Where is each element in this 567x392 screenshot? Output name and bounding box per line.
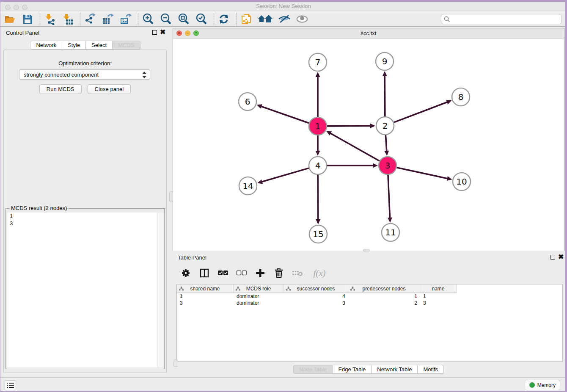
graph-edge-arrowhead[interactable] xyxy=(316,151,320,156)
tab-edge-table[interactable]: Edge Table xyxy=(333,365,372,374)
open-session-icon[interactable] xyxy=(3,13,16,25)
graph-edge-arrowhead[interactable] xyxy=(388,218,392,223)
run-mcds-button[interactable]: Run MCDS xyxy=(39,84,82,94)
mcds-result-list[interactable]: 1 3 xyxy=(7,213,163,367)
table-settings-icon[interactable] xyxy=(180,268,191,279)
graph-edge[interactable] xyxy=(385,75,385,116)
close-panel-button[interactable]: Close panel xyxy=(88,84,131,94)
control-panel: Control Panel ✖ Network Style Select MCD… xyxy=(0,27,171,377)
cell-predecessor-nodes[interactable]: 1 xyxy=(348,293,420,300)
splitter-collapse-handle[interactable] xyxy=(173,359,178,367)
cell-name[interactable]: 1 xyxy=(420,293,457,300)
close-panel-icon[interactable]: ✖ xyxy=(160,28,165,36)
column-flag-icon xyxy=(179,287,184,291)
graph-edge[interactable] xyxy=(385,135,387,152)
window-frame-left xyxy=(0,0,0,392)
export-network-icon[interactable] xyxy=(84,13,96,25)
graph-edge[interactable] xyxy=(394,102,449,122)
zoom-in-icon[interactable] xyxy=(142,13,154,25)
memory-button[interactable]: Memory xyxy=(525,380,560,390)
clone-network-icon[interactable] xyxy=(240,13,253,25)
unselect-all-icon[interactable] xyxy=(236,268,247,279)
zoom-fit-content-icon[interactable] xyxy=(177,13,190,25)
tab-select[interactable]: Select xyxy=(86,41,113,50)
cell-name[interactable]: 3 xyxy=(420,300,457,306)
graph-edge-arrowhead[interactable] xyxy=(384,151,389,156)
graph-edge-arrowhead[interactable] xyxy=(383,71,387,76)
cell-predecessor-nodes[interactable]: 2 xyxy=(348,300,420,306)
task-history-button[interactable] xyxy=(5,380,16,390)
refresh-view-icon[interactable] xyxy=(217,13,230,25)
network-window-titlebar[interactable]: × − + scc.txt xyxy=(173,28,564,39)
node-table: shared name MCDS role successor nodes pr… xyxy=(176,284,563,362)
import-table-icon[interactable] xyxy=(61,13,74,25)
search-box[interactable] xyxy=(441,14,562,24)
show-visual-properties-icon[interactable] xyxy=(296,13,308,25)
function-builder-icon[interactable]: f(x) xyxy=(311,268,328,279)
graph-edge-arrowhead[interactable] xyxy=(316,219,320,224)
zoom-out-icon[interactable] xyxy=(160,13,172,25)
delete-table-icon[interactable] xyxy=(292,268,303,279)
graph-edge[interactable] xyxy=(261,168,309,182)
toggle-panel-icon[interactable] xyxy=(199,268,210,279)
column-header-successor-nodes[interactable]: successor nodes xyxy=(284,284,348,293)
table-row[interactable]: 1 dominator 4 1 1 xyxy=(177,293,562,300)
criterion-dropdown[interactable]: strongly connected component xyxy=(19,69,150,80)
table-panel-title: Table Panel xyxy=(178,254,206,261)
network-canvas[interactable]: 7968124314101511 xyxy=(173,39,564,251)
float-table-panel-icon[interactable] xyxy=(550,255,555,259)
export-table-icon[interactable] xyxy=(102,13,114,25)
zoom-selected-icon[interactable] xyxy=(195,13,208,25)
tab-network[interactable]: Network xyxy=(30,41,62,50)
cell-successor-nodes[interactable]: 3 xyxy=(284,300,348,306)
graph-edge-arrowhead[interactable] xyxy=(370,124,375,128)
graph-edge[interactable] xyxy=(396,168,449,179)
column-header-predecessor-nodes[interactable]: predecessor nodes xyxy=(348,284,420,293)
tab-mcds[interactable]: MCDS xyxy=(113,41,140,50)
delete-row-icon[interactable] xyxy=(273,268,284,279)
graph-edge-arrowhead[interactable] xyxy=(316,72,320,77)
tab-motifs[interactable]: Motifs xyxy=(418,365,444,374)
cell-mcds-role[interactable]: dominator xyxy=(234,300,284,306)
cell-shared-name[interactable]: 1 xyxy=(177,293,234,300)
cell-mcds-role[interactable]: dominator xyxy=(234,293,284,300)
hide-visual-properties-icon[interactable] xyxy=(278,13,291,25)
column-header-name[interactable]: name xyxy=(420,284,457,293)
graph-edge[interactable] xyxy=(260,106,309,123)
graph-edge[interactable] xyxy=(329,133,380,161)
add-row-icon[interactable] xyxy=(255,268,266,279)
search-input[interactable] xyxy=(452,15,558,23)
tab-node-table[interactable]: Node Table xyxy=(293,365,333,374)
graph-edge-arrowhead[interactable] xyxy=(257,179,263,184)
graph-edge[interactable] xyxy=(318,175,318,221)
graph-edge[interactable] xyxy=(327,126,372,126)
toolbar-separator xyxy=(80,13,80,25)
network-window-title: scc.txt xyxy=(173,30,564,36)
home-view-icon[interactable] xyxy=(258,13,273,25)
control-panel-title: Control Panel xyxy=(6,30,39,36)
mcds-result-item: 1 xyxy=(7,213,163,220)
graph-edge[interactable] xyxy=(388,175,390,219)
graph-node-label: 3 xyxy=(385,160,391,171)
export-image-icon[interactable] xyxy=(119,13,132,25)
graph-node-label: 9 xyxy=(382,56,388,66)
column-header-mcds-role[interactable]: MCDS role xyxy=(234,284,284,293)
tab-network-table[interactable]: Network Table xyxy=(372,365,418,374)
import-network-icon[interactable] xyxy=(44,13,56,25)
select-all-icon[interactable] xyxy=(217,268,228,279)
graph-edge-arrowhead[interactable] xyxy=(446,100,451,104)
tab-style[interactable]: Style xyxy=(62,41,86,50)
vertical-splitter-handle[interactable] xyxy=(169,191,173,202)
float-panel-icon[interactable] xyxy=(152,30,157,35)
column-header-shared-name[interactable]: shared name xyxy=(177,284,234,293)
result-scrollbar[interactable] xyxy=(157,213,163,367)
table-row[interactable]: 3 dominator 3 2 3 xyxy=(177,300,562,306)
save-session-icon[interactable] xyxy=(21,13,34,25)
graph-edge-arrowhead[interactable] xyxy=(447,176,452,181)
close-table-panel-icon[interactable]: ✖ xyxy=(558,253,564,261)
cell-successor-nodes[interactable]: 4 xyxy=(284,293,348,300)
graph-edge-arrowhead[interactable] xyxy=(257,104,262,108)
graph-edge-arrowhead[interactable] xyxy=(373,163,378,168)
cell-shared-name[interactable]: 3 xyxy=(177,300,234,306)
horizontal-splitter-handle[interactable] xyxy=(363,249,370,251)
